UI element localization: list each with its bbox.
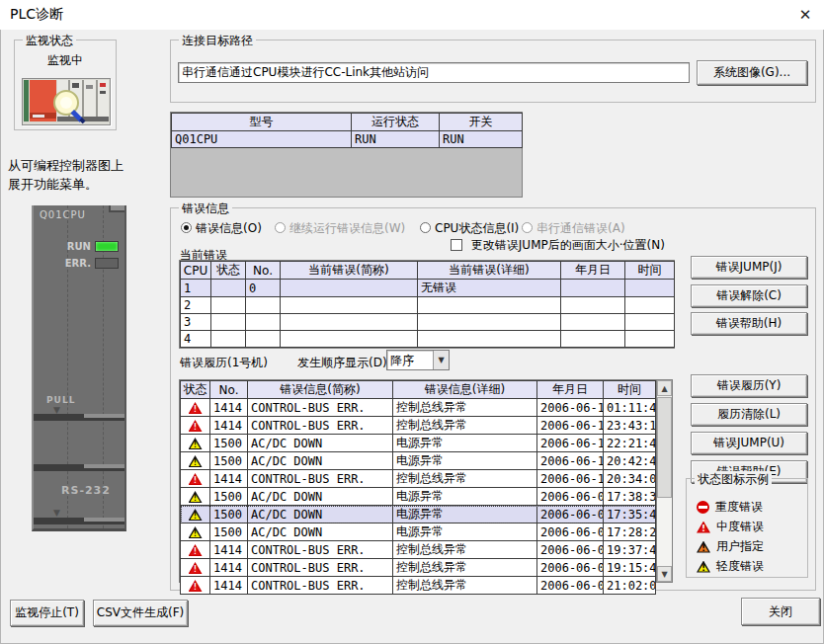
plc-notch: [109, 205, 124, 212]
radio-icon[interactable]: [420, 222, 431, 233]
history-button-0[interactable]: 错误履历(Y): [691, 374, 807, 397]
history-row[interactable]: !1500AC/DC DOWN电源异常2006-06-0917:35:49: [181, 506, 656, 523]
plc-module-image[interactable]: Q01CPU RUN ERR. PULL ▼ RS-232 ▼: [32, 205, 126, 531]
history-status-cell: !: [181, 488, 210, 506]
plc-err-led-row: ERR.: [65, 258, 119, 269]
history-scrollbar[interactable]: ▲ ▼: [656, 380, 672, 582]
error-info-group: 错误信息 错误信息(O)继续运行错误信息(W)CPU状态信息(I)串行通信错误(…: [170, 207, 816, 591]
monitor-stop-button[interactable]: 监视停止(T): [10, 600, 84, 626]
history-cell: 控制总线异常: [393, 541, 537, 559]
radio-option-2[interactable]: CPU状态信息(I): [420, 220, 519, 237]
history-row[interactable]: !1500AC/DC DOWN电源异常2006-06-0917:28:20: [181, 523, 656, 541]
current-error-cell: 2: [181, 297, 211, 314]
scroll-down-icon[interactable]: ▼: [657, 566, 672, 582]
history-col-header: 年月日: [537, 381, 604, 399]
history-col-header: No.: [210, 381, 248, 399]
model-col-header: 开关: [440, 114, 523, 131]
scrollbar-thumb[interactable]: [657, 397, 672, 498]
severity-red-triangle-icon: !: [189, 544, 203, 556]
current-col-header: No.: [246, 262, 281, 280]
history-row[interactable]: !1500AC/DC DOWN电源异常2006-06-0917:38:33: [181, 488, 656, 506]
history-row[interactable]: !1414CONTROL-BUS ERR.控制总线异常2006-06-0721:…: [181, 577, 656, 595]
history-cell: AC/DC DOWN: [248, 488, 393, 506]
current-error-cell: [211, 297, 246, 314]
connection-path-input[interactable]: [178, 62, 690, 83]
current-button-2[interactable]: 错误帮助(H): [691, 312, 807, 335]
close-icon[interactable]: ✕: [788, 0, 822, 29]
current-error-table[interactable]: CPU状态No.当前错误(简称)当前错误(详细)年月日时间10无错误234: [180, 261, 675, 348]
cpu-model-table[interactable]: 型号运行状态开关Q01CPURUNRUN: [171, 113, 523, 148]
history-status-cell: !: [181, 399, 210, 417]
history-cell: 2006-06-11: [537, 470, 604, 488]
history-cell: 1414: [210, 559, 248, 577]
history-cell: 1414: [210, 470, 248, 488]
severity-orange-triangle-icon: !: [697, 541, 710, 553]
monitor-status-group: 监视状态 监视中: [14, 40, 117, 130]
current-error-cell: 0: [246, 280, 281, 297]
chevron-down-icon[interactable]: ▼: [433, 351, 449, 369]
history-cell: CONTROL-BUS ERR.: [248, 399, 393, 417]
err-led-icon: [95, 258, 119, 269]
plc-model-label: Q01CPU: [40, 209, 86, 220]
jump-resize-checkbox[interactable]: [451, 239, 462, 251]
history-status-cell: !: [181, 523, 210, 541]
history-status-cell: !: [181, 417, 210, 435]
history-cell: 20:42:40: [604, 452, 656, 470]
severity-yellow-triangle-icon: !: [189, 509, 203, 521]
close-button[interactable]: 关闭: [741, 598, 820, 625]
pull-label: PULL: [46, 395, 75, 405]
history-row[interactable]: !1500AC/DC DOWN电源异常2006-06-1122:21:48: [181, 435, 656, 452]
history-button-2[interactable]: 错误JUMP(U): [691, 432, 807, 454]
current-error-cell: [246, 314, 281, 331]
model-row[interactable]: Q01CPURUNRUN: [172, 131, 523, 148]
jump-resize-checkbox-label: 更改错误JUMP后的画面大小·位置(N): [471, 238, 665, 252]
radio-icon[interactable]: [181, 222, 192, 233]
history-cell: 21:02:00: [604, 577, 656, 595]
hint-line-1: 从可编程控制器图上: [8, 156, 172, 175]
system-image-button[interactable]: 系统图像(G)...: [697, 60, 807, 85]
current-error-cell: [625, 331, 675, 348]
error-history-table[interactable]: 状态No.错误信息(简称)错误信息(详细)年月日时间!1414CONTROL-B…: [180, 380, 656, 595]
history-row[interactable]: !1414CONTROL-BUS ERR.控制总线异常2006-06-1401:…: [181, 399, 656, 417]
current-error-cell: 无错误: [418, 280, 561, 297]
current-button-0[interactable]: 错误JUMP(J): [691, 256, 807, 279]
current-col-header: 当前错误(详细): [418, 262, 561, 280]
history-button-1[interactable]: 履历清除(L): [691, 403, 807, 426]
monitor-status-text: 监视中: [15, 52, 116, 69]
order-combobox[interactable]: 降序 ▼: [386, 350, 450, 370]
history-row[interactable]: !1500AC/DC DOWN电源异常2006-06-1120:42:40: [181, 452, 656, 470]
current-error-row[interactable]: 3: [181, 314, 675, 331]
scroll-up-icon[interactable]: ▲: [657, 380, 672, 396]
jump-resize-checkbox-row[interactable]: 更改错误JUMP后的画面大小·位置(N): [451, 237, 665, 254]
legend-item-label: 重度错误: [715, 499, 763, 516]
history-status-cell: !: [181, 577, 210, 595]
current-button-1[interactable]: 错误解除(C): [691, 284, 807, 307]
severity-red-triangle-icon: !: [697, 522, 710, 533]
rs232-port-label: RS-232: [61, 484, 111, 497]
history-cell: 22:21:48: [604, 435, 656, 452]
current-error-row[interactable]: 10无错误: [181, 280, 675, 297]
history-row[interactable]: !1414CONTROL-BUS ERR.控制总线异常2006-06-1120:…: [181, 470, 656, 488]
history-row[interactable]: !1414CONTROL-BUS ERR.控制总线异常2006-06-1323:…: [181, 417, 656, 435]
radio-option-0[interactable]: 错误信息(O): [181, 220, 262, 237]
current-col-header: 状态: [211, 262, 246, 280]
history-row[interactable]: !1414CONTROL-BUS ERR.控制总线异常2006-06-0819:…: [181, 541, 656, 559]
plc-dashed-line: [103, 205, 104, 528]
err-led-label: ERR.: [65, 258, 91, 269]
model-cell: RUN: [352, 131, 440, 148]
csv-generate-button[interactable]: CSV文件生成(F): [93, 600, 188, 626]
current-error-cell: [281, 280, 418, 297]
legend-item-label: 轻度错误: [716, 558, 764, 575]
plc-rack-thumbnail[interactable]: [22, 78, 111, 125]
history-cell: 1414: [210, 399, 248, 417]
current-error-row[interactable]: 4: [181, 331, 675, 348]
window-title: PLC诊断: [10, 6, 63, 24]
connection-path-group: 连接目标路径 系统图像(G)...: [170, 40, 816, 103]
history-cell: 1500: [210, 435, 248, 452]
current-error-row[interactable]: 2: [181, 297, 675, 314]
model-col-header: 型号: [172, 114, 352, 131]
history-cell: 2006-06-09: [537, 523, 604, 541]
current-error-cell: [418, 331, 561, 348]
current-error-cell: [561, 331, 625, 348]
history-row[interactable]: !1414CONTROL-BUS ERR.控制总线异常2006-06-0819:…: [181, 559, 656, 577]
